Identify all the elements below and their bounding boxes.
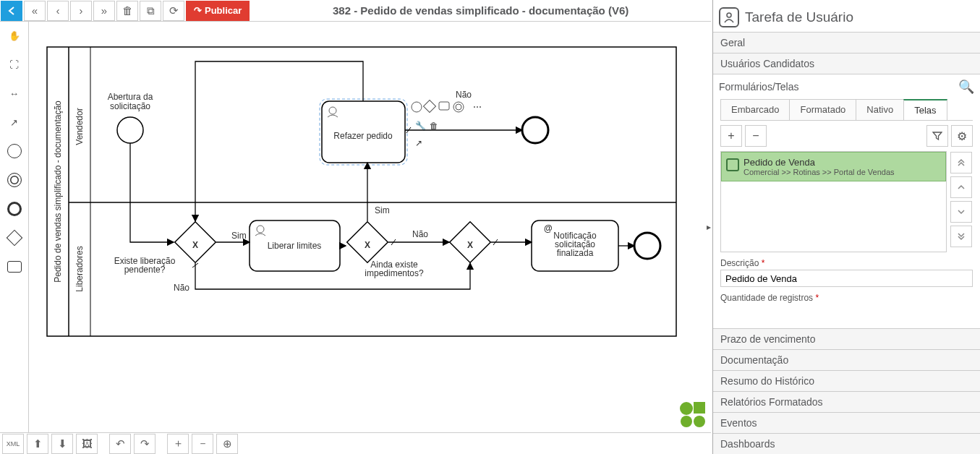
properties-panel: Tarefa de Usuário Geral Usuários Candida… <box>712 0 980 454</box>
acc-documentacao[interactable]: Documentação <box>713 349 980 370</box>
lasso-tool[interactable]: ⛶ <box>4 54 25 74</box>
gateway-tool[interactable] <box>4 228 25 248</box>
gateway-liberação[interactable]: X <box>175 222 216 263</box>
space-tool[interactable]: ↔ <box>4 83 25 103</box>
svg-rect-20 <box>424 100 436 113</box>
add-item-button[interactable]: + <box>720 125 742 147</box>
svg-text:↗: ↗ <box>415 138 422 148</box>
svg-text:X: X <box>467 240 473 250</box>
screen-icon <box>726 158 739 171</box>
svg-text:Liberar limites: Liberar limites <box>268 241 322 251</box>
search-icon[interactable]: 🔍 <box>958 79 974 95</box>
acc-dashboards[interactable]: Dashboards <box>713 433 980 454</box>
upload-button[interactable]: ⬆ <box>27 434 48 454</box>
image-button[interactable]: 🖼 <box>76 434 98 454</box>
acc-geral[interactable]: Geral <box>713 32 980 53</box>
svg-text:🗑: 🗑 <box>430 121 438 131</box>
nav-last[interactable] <box>950 226 972 247</box>
input-descricao[interactable] <box>720 270 973 287</box>
connect-tool[interactable]: ↗ <box>4 112 25 132</box>
start-event[interactable] <box>117 117 143 143</box>
svg-rect-0 <box>47 47 676 336</box>
download-button[interactable]: ⬇ <box>51 434 73 454</box>
panel-collapse-handle[interactable]: ▸ <box>705 217 712 237</box>
xml-button[interactable]: XML <box>2 434 24 454</box>
acc-usuarios[interactable]: Usuários Candidatos <box>713 53 980 74</box>
item-list: Pedido de Venda Comercial >> Rotinas >> … <box>720 151 947 252</box>
zoom-out-button[interactable]: － <box>192 434 213 454</box>
lane-vendedor-label: Vendedor <box>74 108 85 145</box>
label-quantidade: Quantidade de registros <box>720 293 973 303</box>
svg-text:X: X <box>365 240 370 250</box>
acc-eventos[interactable]: Eventos <box>713 412 980 433</box>
filter-button[interactable] <box>926 125 948 147</box>
svg-rect-37 <box>694 402 705 414</box>
svg-text:⋯: ⋯ <box>473 102 482 112</box>
svg-text:Notificaçãosolicitaçãofinaliza: Notificaçãosolicitaçãofinalizada <box>553 231 597 258</box>
fit-button[interactable]: ⊕ <box>216 434 238 454</box>
task-liberar-limites[interactable]: Liberar limites <box>250 220 340 271</box>
gateway-impedimentos[interactable]: X <box>347 222 388 263</box>
panel-title: Tarefa de Usuário <box>745 9 853 25</box>
acc-formularios[interactable]: Formulários/Telas 🔍 <box>713 74 980 99</box>
svg-text:Não: Não <box>174 283 189 293</box>
svg-text:Existe liberaçãopendente?: Existe liberaçãopendente? <box>114 256 176 275</box>
svg-text:X: X <box>192 240 198 250</box>
gateway-merge[interactable]: X <box>450 222 491 263</box>
list-item[interactable]: Pedido de Venda Comercial >> Rotinas >> … <box>721 152 946 181</box>
remove-item-button[interactable]: − <box>745 125 767 147</box>
hand-tool[interactable]: ✋ <box>4 25 25 46</box>
user-task-icon <box>719 7 739 27</box>
settings-button[interactable]: ⚙ <box>951 125 973 147</box>
tab-telas[interactable]: Telas <box>903 99 947 120</box>
end-event-top[interactable] <box>522 117 548 143</box>
last-button[interactable]: » <box>93 1 115 21</box>
nav-down[interactable] <box>950 201 972 223</box>
next-button[interactable]: › <box>70 1 92 21</box>
label-descricao: Descrição <box>720 258 973 268</box>
svg-point-39 <box>694 416 705 427</box>
svg-point-23 <box>456 104 461 110</box>
app-logo <box>678 400 707 429</box>
intermediate-event-tool[interactable] <box>4 170 25 190</box>
tabs-row: Embarcado Formatado Nativo Telas <box>720 99 973 121</box>
first-button[interactable]: « <box>24 1 46 21</box>
svg-text:Sim: Sim <box>231 231 247 241</box>
svg-text:Ainda existeimpedimentos?: Ainda existeimpedimentos? <box>365 260 424 278</box>
acc-prazo[interactable]: Prazo de vencimento <box>713 328 980 349</box>
task-notificacao[interactable]: Notificaçãosolicitaçãofinalizada @ <box>532 220 618 271</box>
refresh-button[interactable]: ⟳ <box>163 1 184 21</box>
tab-nativo[interactable]: Nativo <box>856 99 904 120</box>
publish-button[interactable]: ↷Publicar <box>186 1 250 21</box>
bottom-toolbar: XML ⬆ ⬇ 🖼 ↶ ↷ ＋ － ⊕ <box>0 432 711 454</box>
end-event-bottom[interactable] <box>634 233 660 259</box>
top-toolbar: « ‹ › » 🗑 ⧉ ⟳ ↷Publicar 382 - Pedido de … <box>0 0 711 22</box>
end-event-tool[interactable] <box>4 199 25 219</box>
tab-formatado[interactable]: Formatado <box>789 99 856 120</box>
svg-point-40 <box>727 13 731 17</box>
svg-rect-21 <box>439 102 449 110</box>
svg-point-36 <box>680 402 693 415</box>
undo-button[interactable]: ↶ <box>109 434 131 454</box>
acc-resumo[interactable]: Resumo do Histórico <box>713 370 980 391</box>
delete-button[interactable]: 🗑 <box>116 1 138 21</box>
user-task-tool[interactable] <box>4 257 25 277</box>
nav-first[interactable] <box>950 152 972 174</box>
svg-text:Refazer pedido: Refazer pedido <box>333 131 393 141</box>
task-refazer-pedido[interactable]: Refazer pedido <box>320 99 407 165</box>
nav-up[interactable] <box>950 176 972 198</box>
acc-relatorios[interactable]: Relatórios Formatados <box>713 391 980 412</box>
tab-embarcado[interactable]: Embarcado <box>720 99 790 120</box>
document-title: 382 - Pedido de vendas simplificado - do… <box>250 4 711 17</box>
list-item-path: Comercial >> Rotinas >> Portal de Vendas <box>743 168 895 176</box>
start-event-label: Abertura dasolicitação <box>108 92 153 111</box>
context-pad[interactable]: ⋯ 🔧 🗑 ↗ <box>412 100 482 148</box>
svg-text:Não: Não <box>456 90 472 100</box>
zoom-in-button[interactable]: ＋ <box>167 434 189 454</box>
redo-button[interactable]: ↷ <box>134 434 155 454</box>
copy-button[interactable]: ⧉ <box>140 1 161 21</box>
start-event-tool[interactable] <box>4 141 25 161</box>
diagram-canvas[interactable]: Pedido de vendas simplificado - document… <box>29 22 711 432</box>
back-button[interactable] <box>1 1 22 21</box>
prev-button[interactable]: ‹ <box>47 1 69 21</box>
